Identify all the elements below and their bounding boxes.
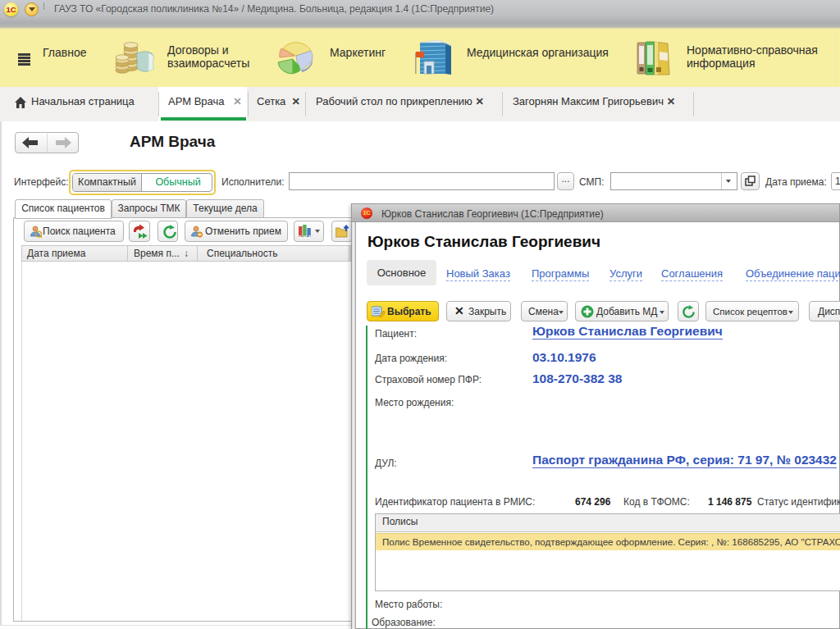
svg-text:x: x bbox=[299, 234, 302, 239]
svg-text:z: z bbox=[308, 234, 312, 239]
svg-text:y: y bbox=[304, 234, 307, 239]
